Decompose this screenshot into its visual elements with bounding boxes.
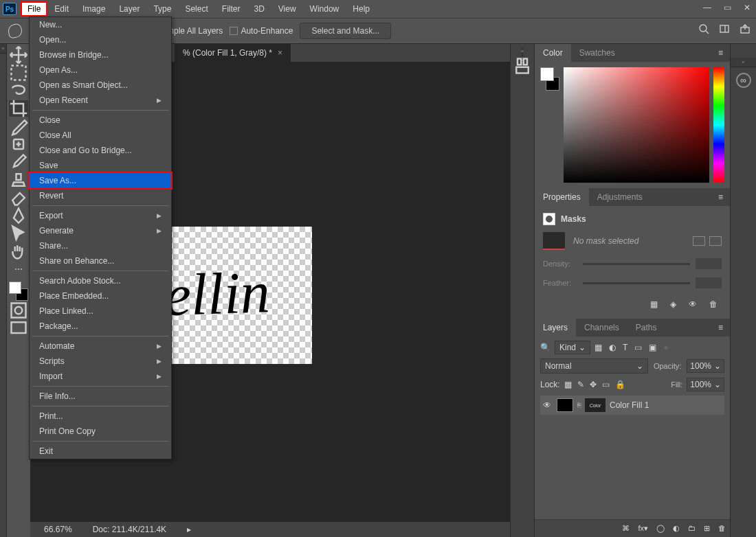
file-menu-open-as-smart-object[interactable]: Open as Smart Object... bbox=[30, 78, 171, 93]
pen-tool[interactable] bbox=[9, 207, 28, 224]
file-menu-share[interactable]: Share... bbox=[30, 238, 171, 253]
share-icon[interactable] bbox=[740, 23, 751, 34]
quick-selection-tool-icon[interactable] bbox=[7, 23, 23, 38]
screen-mode-icon[interactable] bbox=[9, 320, 28, 336]
tab-channels[interactable]: Channels bbox=[576, 319, 627, 336]
menu-file[interactable]: File bbox=[21, 1, 47, 16]
hand-tool[interactable] bbox=[9, 243, 28, 260]
menu-edit[interactable]: Edit bbox=[47, 1, 76, 16]
file-menu-print-one-copy[interactable]: Print One Copy bbox=[30, 424, 171, 439]
visibility-icon[interactable]: 👁 bbox=[689, 299, 697, 309]
delete-layer-icon[interactable]: 🗑 bbox=[718, 524, 726, 533]
file-menu-browse-in-bridge[interactable]: Browse in Bridge... bbox=[30, 47, 171, 62]
lock-all-icon[interactable]: 🔒 bbox=[615, 380, 625, 389]
new-group-icon[interactable]: 🗀 bbox=[688, 524, 696, 533]
layer-filter-kind[interactable]: Kind⌄ bbox=[555, 341, 590, 354]
tab-properties[interactable]: Properties bbox=[535, 188, 589, 206]
new-layer-icon[interactable]: ⊞ bbox=[704, 524, 710, 533]
layer-row[interactable]: 👁 ⎘ Color Color Fill 1 bbox=[540, 396, 724, 415]
search-icon[interactable]: 🔍 bbox=[540, 343, 551, 352]
sample-all-layers-checkbox[interactable]: mple All Layers bbox=[167, 26, 223, 36]
lock-position-icon[interactable]: ✥ bbox=[590, 380, 597, 389]
tab-paths[interactable]: Paths bbox=[627, 319, 665, 336]
new-fill-icon[interactable]: ◐ bbox=[673, 524, 680, 533]
foreground-background-swatch[interactable] bbox=[9, 282, 28, 301]
move-tool[interactable] bbox=[9, 47, 28, 63]
file-menu-new[interactable]: New... bbox=[30, 17, 171, 32]
history-panel-icon[interactable] bbox=[513, 56, 532, 76]
file-menu-place-linked[interactable]: Place Linked... bbox=[30, 304, 171, 319]
eyedropper-tool[interactable] bbox=[9, 118, 28, 135]
lock-transparent-icon[interactable]: ▦ bbox=[564, 380, 572, 389]
file-menu-close-all[interactable]: Close All bbox=[30, 128, 171, 143]
select-and-mask-button[interactable]: Select and Mask... bbox=[300, 23, 391, 39]
feather-value[interactable] bbox=[696, 277, 722, 288]
mask-from-selection-icon[interactable]: ▦ bbox=[650, 299, 658, 309]
panel-menu-icon[interactable]: ≡ bbox=[714, 319, 727, 336]
window-maximize-icon[interactable]: ▭ bbox=[724, 3, 731, 12]
filter-pixel-icon[interactable]: ▦ bbox=[594, 343, 602, 352]
layer-thumbnail[interactable] bbox=[557, 398, 573, 412]
tab-close-icon[interactable]: × bbox=[278, 48, 282, 58]
vector-mask-button[interactable] bbox=[709, 236, 722, 246]
lock-artboard-icon[interactable]: ▭ bbox=[602, 380, 610, 389]
cc-libraries-icon[interactable]: ∞ bbox=[736, 73, 751, 88]
workspace-icon[interactable] bbox=[719, 23, 730, 34]
menu-window[interactable]: Window bbox=[303, 1, 346, 16]
file-menu-save-as[interactable]: Save As... bbox=[28, 172, 173, 190]
quick-mask-icon[interactable] bbox=[9, 302, 28, 319]
panel-expand-icon[interactable]: « bbox=[521, 47, 524, 56]
menu-3d[interactable]: 3D bbox=[247, 1, 271, 16]
status-arrow-icon[interactable]: ▸ bbox=[187, 525, 191, 534]
file-menu-file-info[interactable]: File Info... bbox=[30, 389, 171, 404]
trash-icon[interactable]: 🗑 bbox=[709, 299, 718, 309]
menu-filter[interactable]: Filter bbox=[215, 1, 247, 16]
file-menu-open-recent[interactable]: Open Recent▶ bbox=[30, 93, 171, 108]
filter-toggle-icon[interactable]: ● bbox=[663, 343, 668, 352]
opacity-value[interactable]: 100%⌄ bbox=[687, 359, 724, 373]
file-menu-open-as[interactable]: Open As... bbox=[30, 62, 171, 78]
auto-enhance-checkbox[interactable]: Auto-Enhance bbox=[230, 26, 293, 36]
density-value[interactable] bbox=[696, 258, 722, 269]
file-menu-share-on-behance[interactable]: Share on Behance... bbox=[30, 253, 171, 268]
file-menu-revert[interactable]: Revert bbox=[30, 188, 171, 203]
menu-help[interactable]: Help bbox=[346, 1, 377, 16]
cc-expand-icon[interactable]: « bbox=[731, 58, 756, 67]
menu-layer[interactable]: Layer bbox=[112, 1, 146, 16]
menu-view[interactable]: View bbox=[271, 1, 303, 16]
layer-style-icon[interactable]: fx▾ bbox=[638, 524, 648, 533]
feather-slider[interactable] bbox=[583, 282, 690, 284]
file-menu-scripts[interactable]: Scripts▶ bbox=[30, 354, 171, 369]
layer-mask-thumbnail[interactable]: Color bbox=[585, 398, 605, 412]
zoom-level[interactable]: 66.67% bbox=[44, 525, 72, 534]
fill-value[interactable]: 100%⌄ bbox=[687, 378, 724, 391]
filter-adjust-icon[interactable]: ◐ bbox=[609, 343, 616, 352]
filter-smart-icon[interactable]: ▣ bbox=[649, 343, 656, 352]
eraser-tool[interactable] bbox=[9, 190, 28, 206]
menu-image[interactable]: Image bbox=[76, 1, 112, 16]
path-select-tool[interactable] bbox=[9, 225, 28, 242]
file-menu-open[interactable]: Open... bbox=[30, 32, 171, 47]
tab-color[interactable]: Color bbox=[535, 44, 571, 62]
search-icon[interactable] bbox=[698, 23, 709, 34]
panel-menu-icon[interactable]: ≡ bbox=[714, 44, 727, 62]
filter-type-icon[interactable]: T bbox=[623, 343, 627, 352]
blend-mode-select[interactable]: Normal⌄ bbox=[540, 358, 648, 374]
file-menu-save[interactable]: Save bbox=[30, 158, 171, 173]
file-menu-generate[interactable]: Generate▶ bbox=[30, 223, 171, 238]
file-menu-print[interactable]: Print... bbox=[30, 409, 171, 424]
file-menu-search-adobe-stock[interactable]: Search Adobe Stock... bbox=[30, 273, 171, 288]
file-menu-place-embedded[interactable]: Place Embedded... bbox=[30, 288, 171, 304]
lasso-tool[interactable] bbox=[9, 82, 28, 99]
window-minimize-icon[interactable]: — bbox=[703, 3, 711, 12]
tab-adjustments[interactable]: Adjustments bbox=[589, 188, 651, 206]
more-tools[interactable]: ⋯ bbox=[9, 261, 28, 277]
invert-icon[interactable]: ◈ bbox=[670, 299, 676, 309]
brush-tool[interactable] bbox=[9, 154, 28, 170]
file-menu-close[interactable]: Close bbox=[30, 113, 171, 128]
file-menu-close-and-go-to-bridge[interactable]: Close and Go to Bridge... bbox=[30, 143, 171, 158]
document-tab[interactable]: % (Color Fill 1, Gray/8) * × bbox=[175, 44, 291, 62]
file-menu-exit[interactable]: Exit bbox=[30, 444, 171, 459]
file-menu-automate[interactable]: Automate▶ bbox=[30, 339, 171, 354]
panel-menu-icon[interactable]: ≡ bbox=[714, 188, 727, 206]
